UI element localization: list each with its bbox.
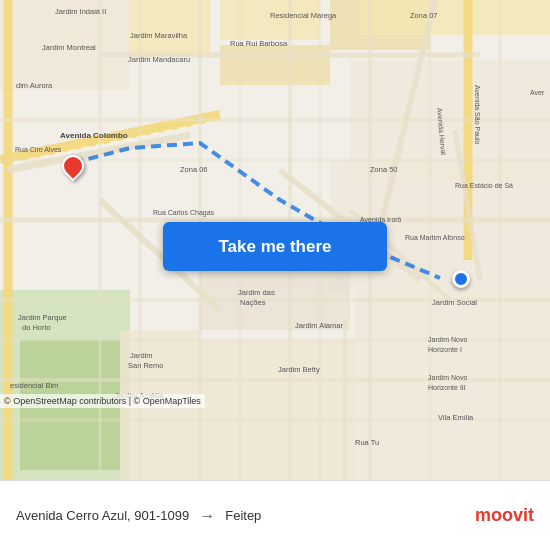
map-container: Jardim Indaiá II Jardim Montreal Jardim … [0,0,550,480]
svg-text:Jardim Alamar: Jardim Alamar [295,321,343,330]
route-info: Avenida Cerro Azul, 901-1099 → Feitep [16,507,475,525]
svg-text:Jardim Montreal: Jardim Montreal [42,43,96,52]
svg-text:Rua Rui Barbosa: Rua Rui Barbosa [230,39,288,48]
take-me-there-label: Take me there [218,237,331,257]
svg-text:Jardim: Jardim [130,351,153,360]
destination-text: Feitep [225,508,261,523]
svg-text:Avenida São Paulo: Avenida São Paulo [474,85,481,145]
take-me-there-button[interactable]: Take me there [163,222,387,271]
svg-rect-13 [200,340,355,480]
svg-text:San Remo: San Remo [128,361,163,370]
svg-text:Horizonte III: Horizonte III [428,384,466,391]
svg-text:Zona 07: Zona 07 [410,11,438,20]
svg-rect-4 [220,0,320,40]
svg-rect-7 [360,0,550,35]
svg-text:Rua Martim Afonso: Rua Martim Afonso [405,234,465,241]
destination-marker [452,270,470,288]
bottom-bar: Avenida Cerro Azul, 901-1099 → Feitep mo… [0,480,550,550]
svg-text:Zona 06: Zona 06 [180,165,208,174]
svg-text:Jardim Parque: Jardim Parque [18,313,67,322]
svg-text:Jardim Maravilha: Jardim Maravilha [130,31,188,40]
svg-text:dim Aurora: dim Aurora [16,81,53,90]
svg-text:Horizonte I: Horizonte I [428,346,462,353]
moovit-logo: moovit [475,505,534,526]
svg-text:Rua Carlos Chagas: Rua Carlos Chagas [153,209,215,217]
svg-text:Vila Emília: Vila Emília [438,413,474,422]
route-arrow-icon: → [199,507,215,525]
svg-text:esidencial Bim: esidencial Bim [10,381,58,390]
svg-text:Jardim Novo: Jardim Novo [428,374,467,381]
svg-text:Rua Tu: Rua Tu [355,438,379,447]
svg-text:Jardim Betty: Jardim Betty [278,365,320,374]
svg-rect-6 [220,45,330,85]
origin-text: Avenida Cerro Azul, 901-1099 [16,508,189,523]
svg-text:Aver: Aver [530,89,545,96]
svg-text:Residencial Marega: Residencial Marega [270,11,337,20]
svg-text:Jardim Novo: Jardim Novo [428,336,467,343]
svg-text:Avenida Colombo: Avenida Colombo [60,131,128,140]
svg-text:Zona 50: Zona 50 [370,165,398,174]
svg-text:Rua Estácio de Sá: Rua Estácio de Sá [455,182,513,189]
svg-text:Nações: Nações [240,298,266,307]
svg-text:do Horto: do Horto [22,323,51,332]
svg-text:Jardim Indaiá II: Jardim Indaiá II [55,7,106,16]
svg-text:Jardim Social: Jardim Social [432,298,477,307]
moovit-logo-text: moovit [475,505,534,526]
origin-marker [62,155,84,177]
svg-text:Jardim das: Jardim das [238,288,275,297]
osm-attribution: © OpenStreetMap contributors | © OpenMap… [0,394,205,408]
svg-text:Jardim Mandacaru: Jardim Mandacaru [128,55,190,64]
svg-text:Rua Ciro Alves: Rua Ciro Alves [15,146,62,153]
